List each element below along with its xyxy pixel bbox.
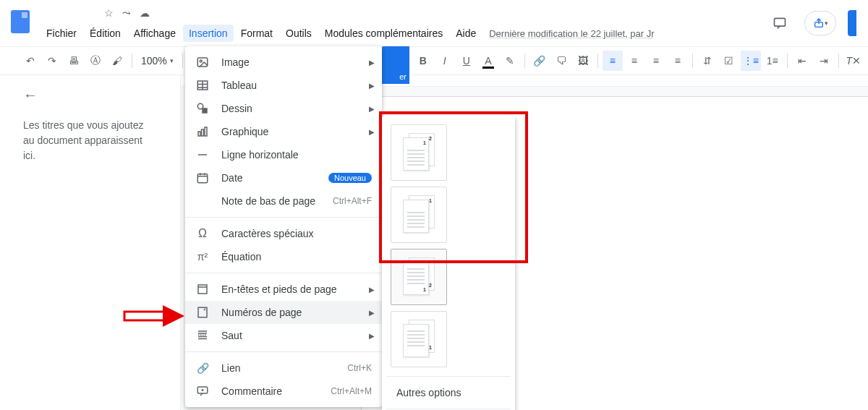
- menu-item-foot[interactable]: Note de bas de pageCtrl+Alt+F: [185, 189, 382, 213]
- break-icon: [195, 328, 210, 343]
- move-icon[interactable]: ⤳: [122, 7, 131, 19]
- chart-icon: [195, 124, 210, 139]
- insertion-menu: Image▶Tableau▶Dessin▶Graphique▶Ligne hor…: [185, 46, 382, 407]
- chevron-right-icon: ▶: [369, 128, 375, 136]
- more-options-item[interactable]: Autres options: [386, 380, 511, 406]
- menu-item-hr[interactable]: Ligne horizontale: [185, 143, 382, 166]
- share-button[interactable]: ▾: [804, 11, 836, 35]
- toolbar: ↶ ↷ 🖶 Ⓐ 🖌 100%▾ B I U A ✎ 🔗 🗨 🖼 ≡ ≡ ≡ ≡ …: [0, 46, 868, 75]
- pi-icon: π²: [195, 249, 210, 264]
- new-badge: Nouveau: [328, 173, 372, 183]
- draw-icon: [195, 101, 210, 116]
- bulleted-list-button[interactable]: ⋮≡: [741, 51, 761, 71]
- header-icon: [195, 282, 210, 296]
- underline-button[interactable]: U: [456, 51, 477, 71]
- hr-icon: [195, 148, 210, 162]
- italic-button[interactable]: I: [435, 51, 455, 71]
- chevron-right-icon: ▶: [369, 82, 375, 90]
- link-icon: 🔗: [195, 361, 210, 375]
- line-spacing-button[interactable]: ⇵: [697, 51, 718, 71]
- align-left-button[interactable]: ≡: [603, 51, 623, 71]
- menu-item-date[interactable]: DateNouveau: [185, 166, 382, 189]
- table-icon: [195, 78, 210, 93]
- app-header: ☆ ⤳ ☁ Fichier Édition Affichage Insertio…: [0, 0, 868, 46]
- chevron-right-icon: ▶: [369, 332, 375, 340]
- numbered-list-button[interactable]: 1≡: [762, 51, 783, 71]
- menubar: Fichier Édition Affichage Insertion Form…: [41, 23, 767, 43]
- svg-rect-0: [775, 18, 786, 26]
- insert-link-button[interactable]: 🔗: [529, 51, 550, 71]
- menu-item-chart[interactable]: Graphique▶: [185, 120, 382, 143]
- account-edge[interactable]: [848, 10, 856, 36]
- page-number-option-bottom-right-all[interactable]: 21: [391, 249, 447, 305]
- docs-logo[interactable]: [6, 7, 35, 36]
- svg-text:#: #: [204, 307, 206, 312]
- insert-comment-button[interactable]: 🗨: [551, 51, 571, 71]
- highlight-button[interactable]: ✎: [500, 51, 520, 71]
- image-icon: [195, 55, 210, 69]
- menu-item-draw[interactable]: Dessin▶: [185, 97, 382, 120]
- align-center-button[interactable]: ≡: [624, 51, 644, 71]
- align-justify-button[interactable]: ≡: [668, 51, 688, 71]
- chevron-right-icon: ▶: [369, 286, 375, 294]
- svg-rect-8: [202, 129, 204, 136]
- print-button[interactable]: 🖶: [64, 51, 84, 71]
- svg-rect-7: [198, 132, 200, 136]
- menu-aide[interactable]: Aide: [450, 25, 482, 42]
- page-number-grid: 211211: [386, 124, 511, 373]
- text-color-button[interactable]: A: [478, 51, 498, 71]
- checklist-button[interactable]: ☑: [719, 51, 739, 71]
- menu-fichier[interactable]: Fichier: [41, 25, 82, 42]
- zoom-select[interactable]: 100%▾: [137, 55, 178, 67]
- comments-history-icon[interactable]: [767, 10, 793, 36]
- menu-item-comment[interactable]: CommentaireCtrl+Alt+M: [185, 380, 382, 403]
- paint-format-button[interactable]: 🖌: [107, 51, 127, 71]
- menu-affichage[interactable]: Affichage: [128, 25, 182, 42]
- svg-rect-11: [197, 174, 208, 183]
- page-number-option-top-right-skip-first[interactable]: 1: [391, 187, 447, 243]
- clear-formatting-button[interactable]: T✕: [843, 51, 864, 71]
- svg-rect-9: [205, 127, 207, 136]
- svg-rect-12: [198, 285, 207, 294]
- redo-button[interactable]: ↷: [42, 51, 62, 71]
- menu-item-link[interactable]: 🔗LienCtrl+K: [185, 356, 382, 380]
- menu-item-header[interactable]: En-têtes et pieds de page▶: [185, 278, 382, 301]
- omega-icon: Ω: [195, 226, 210, 241]
- comment-icon: [195, 384, 210, 398]
- menu-item-pi[interactable]: π²Équation: [185, 245, 382, 268]
- bold-button[interactable]: B: [413, 51, 433, 71]
- menu-insertion[interactable]: Insertion: [183, 25, 234, 42]
- menu-item-pnum[interactable]: #Numéros de page▶: [185, 301, 382, 324]
- cloud-icon[interactable]: ☁: [140, 7, 150, 19]
- chevron-right-icon: ▶: [369, 309, 375, 317]
- outline-hint: Les titres que vous ajoutez au document …: [23, 118, 157, 163]
- last-edit-link[interactable]: Dernière modification le 22 juillet, par…: [489, 28, 654, 39]
- menu-item-break[interactable]: Saut▶: [185, 324, 382, 347]
- title-area: ☆ ⤳ ☁ Fichier Édition Affichage Insertio…: [35, 0, 767, 43]
- svg-rect-2: [197, 58, 208, 67]
- pnum-icon: #: [195, 305, 210, 320]
- menu-format[interactable]: Format: [235, 25, 278, 42]
- menu-edition[interactable]: Édition: [84, 25, 127, 42]
- menu-item-image[interactable]: Image▶: [185, 51, 382, 74]
- chevron-right-icon: ▶: [369, 105, 375, 113]
- foot-icon: [195, 194, 210, 208]
- style-dropdown-edge: er: [382, 46, 409, 84]
- outline-back-icon[interactable]: ←: [23, 87, 157, 103]
- svg-point-3: [200, 60, 202, 62]
- decrease-indent-button[interactable]: ⇤: [792, 51, 812, 71]
- page-numbers-submenu: 211211 Autres options Nombre de pages: [382, 116, 515, 410]
- svg-rect-6: [202, 108, 208, 114]
- menu-modules[interactable]: Modules complémentaires: [319, 25, 448, 42]
- align-right-button[interactable]: ≡: [646, 51, 666, 71]
- menu-item-table[interactable]: Tableau▶: [185, 74, 382, 97]
- page-number-option-top-right-all[interactable]: 21: [391, 124, 447, 181]
- insert-image-button[interactable]: 🖼: [573, 51, 593, 71]
- undo-button[interactable]: ↶: [20, 51, 41, 71]
- increase-indent-button[interactable]: ⇥: [814, 51, 834, 71]
- star-icon[interactable]: ☆: [104, 7, 114, 19]
- page-number-option-bottom-right-skip-first[interactable]: 1: [391, 311, 447, 367]
- menu-outils[interactable]: Outils: [280, 25, 318, 42]
- menu-item-omega[interactable]: ΩCaractères spéciaux: [185, 222, 382, 245]
- spellcheck-button[interactable]: Ⓐ: [85, 51, 106, 71]
